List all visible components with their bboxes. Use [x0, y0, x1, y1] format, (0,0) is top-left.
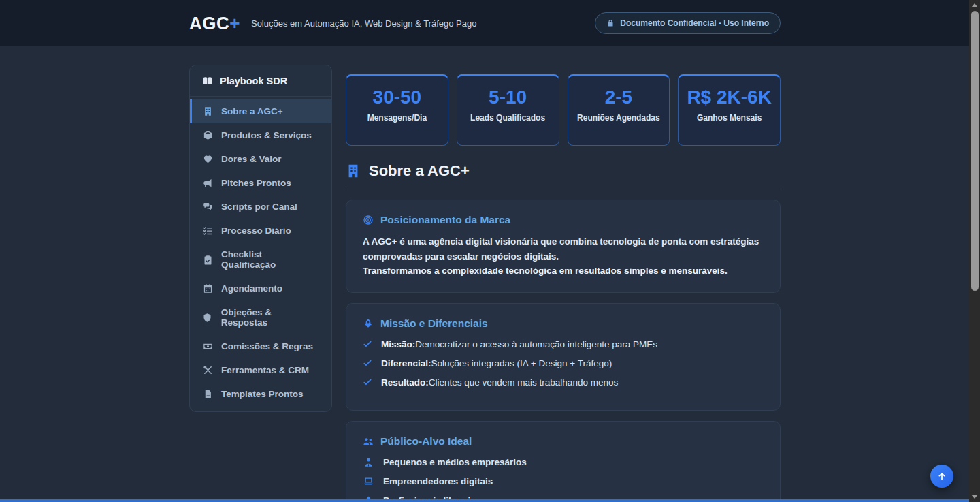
- confidential-badge-label: Documento Confidencial - Uso Interno: [620, 18, 769, 28]
- scrollbar-down-arrow[interactable]: [971, 495, 978, 499]
- sidebar-header: Playbook SDR: [190, 65, 331, 97]
- scroll-to-top-button[interactable]: [930, 465, 953, 488]
- mission-item-label: Missão:: [381, 339, 415, 349]
- mission-item-text: Resultado:Clientes que vendem mais traba…: [381, 377, 618, 388]
- sidebar-item-processo-diario[interactable]: Processo Diário: [190, 219, 331, 242]
- check-icon: [363, 358, 372, 368]
- sidebar-item-label: Ferramentas & CRM: [221, 365, 309, 375]
- app-header: AGC+ Soluções em Automação IA, Web Desig…: [0, 0, 980, 46]
- audience-card-title: Público-Alvo Ideal: [363, 435, 764, 448]
- stat-value: R$ 2K-6K: [684, 87, 774, 108]
- sidebar-item-dores-valor[interactable]: Dores & Valor: [190, 147, 331, 171]
- clipboard-check-icon: [202, 255, 213, 265]
- check-icon: [363, 339, 372, 349]
- mission-list: Missão:Democratizar o acesso à automação…: [363, 339, 764, 388]
- building-icon: [346, 163, 361, 178]
- file-icon: [202, 389, 213, 399]
- bullseye-icon: [363, 215, 374, 225]
- calendar-icon: [202, 283, 213, 294]
- sidebar-item-label: Produtos & Serviços: [221, 130, 312, 140]
- sidebar-item-sobre-a-agc[interactable]: Sobre a AGC+: [190, 99, 331, 123]
- stat-value: 30-50: [352, 87, 442, 108]
- sidebar-item-label: Comissões & Regras: [221, 341, 313, 351]
- main-content: 30-50Mensagens/Dia5-10Leads Qualificados…: [346, 65, 781, 502]
- mission-list-item: Resultado:Clientes que vendem mais traba…: [363, 377, 764, 388]
- heart-icon: [202, 154, 213, 164]
- positioning-card-body: A AGC+ é uma agência digital visionária …: [363, 234, 764, 279]
- audience-list-item: Pequenos e médios empresários: [363, 457, 764, 467]
- sidebar-item-templates-prontos[interactable]: Templates Prontos: [190, 382, 331, 406]
- sidebar-item-label: Dores & Valor: [221, 154, 282, 164]
- sidebar-item-scripts-por-canal[interactable]: Scripts por Canal: [190, 195, 331, 219]
- stat-value: 2-5: [574, 87, 664, 108]
- sidebar-item-ferramentas-crm[interactable]: Ferramentas & CRM: [190, 358, 331, 382]
- tools-icon: [202, 365, 213, 375]
- sidebar-item-agendamento[interactable]: Agendamento: [190, 277, 331, 300]
- sidebar-item-comissoes-regras[interactable]: Comissões & Regras: [190, 334, 331, 358]
- stat-value: 5-10: [463, 87, 553, 108]
- sidebar: Playbook SDR Sobre a AGC+Produtos & Serv…: [189, 65, 332, 412]
- sidebar-title: Playbook SDR: [220, 76, 287, 87]
- stat-label: Mensagens/Dia: [352, 113, 442, 123]
- comments-icon: [202, 202, 213, 212]
- app-tagline: Soluções em Automação IA, Web Design & T…: [251, 18, 476, 29]
- users-icon: [363, 436, 374, 447]
- mission-list-item: Missão:Democratizar o acesso à automação…: [363, 339, 764, 349]
- mission-item-text: Diferencial:Soluções integradas (IA + De…: [381, 358, 612, 368]
- sidebar-item-objecoes-respostas[interactable]: Objeções & Respostas: [190, 300, 331, 334]
- scrollbar-up-arrow[interactable]: [971, 3, 978, 7]
- money-bill-icon: [202, 341, 213, 351]
- positioning-highlight: Transformamos a complexidade tecnológica…: [363, 264, 764, 279]
- stat-card: 30-50Mensagens/Dia: [346, 74, 448, 146]
- sidebar-item-pitches-prontos[interactable]: Pitches Prontos: [190, 171, 331, 195]
- sidebar-nav: Sobre a AGC+Produtos & ServiçosDores & V…: [190, 97, 331, 406]
- stat-label: Leads Qualificados: [463, 113, 553, 123]
- sidebar-item-label: Scripts por Canal: [221, 202, 297, 212]
- stats-row: 30-50Mensagens/Dia5-10Leads Qualificados…: [346, 74, 781, 146]
- mission-item-label: Resultado:: [381, 377, 429, 388]
- confidential-badge: Documento Confidencial - Uso Interno: [595, 12, 781, 34]
- sidebar-item-label: Pitches Prontos: [221, 178, 291, 188]
- sidebar-item-label: Agendamento: [221, 283, 282, 294]
- list-check-icon: [202, 225, 213, 236]
- stat-label: Ganhos Mensais: [684, 113, 774, 123]
- bottom-accent-bar: [0, 499, 969, 502]
- mission-card: Missão e Diferenciais Missão:Democratiza…: [346, 303, 781, 411]
- sidebar-item-label: Templates Prontos: [221, 389, 304, 399]
- mission-item-text: Missão:Democratizar o acesso à automação…: [381, 339, 657, 349]
- arrow-up-icon: [936, 471, 947, 482]
- mission-item-label: Diferencial:: [381, 358, 431, 368]
- scrollbar[interactable]: [969, 0, 980, 502]
- positioning-card: Posicionamento da Marca A AGC+ é uma agê…: [346, 200, 781, 293]
- building-icon: [202, 106, 213, 116]
- check-icon: [363, 377, 372, 387]
- positioning-paragraph: A AGC+ é uma agência digital visionária …: [363, 234, 764, 264]
- scrollbar-thumb[interactable]: [971, 11, 979, 291]
- audience-item-text: Empreendedores digitais: [383, 476, 493, 486]
- sidebar-item-label: Checklist Qualificação: [221, 249, 319, 270]
- logo-plus: +: [229, 13, 240, 33]
- sidebar-item-produtos-servicos[interactable]: Produtos & Serviços: [190, 123, 331, 147]
- rocket-icon: [363, 318, 374, 329]
- page-title-text: Sobre a AGC+: [369, 162, 470, 180]
- stat-label: Reuniões Agendadas: [574, 113, 664, 123]
- sidebar-item-checklist-qualificacao[interactable]: Checklist Qualificação: [190, 242, 331, 277]
- audience-list: Pequenos e médios empresáriosEmpreendedo…: [363, 457, 764, 502]
- bullhorn-icon: [202, 178, 213, 188]
- sidebar-item-label: Processo Diário: [221, 225, 291, 236]
- lock-icon: [606, 19, 615, 27]
- audience-card: Público-Alvo Ideal Pequenos e médios emp…: [346, 421, 781, 502]
- stat-card: R$ 2K-6KGanhos Mensais: [678, 74, 781, 146]
- stat-card: 2-5Reuniões Agendadas: [568, 74, 670, 146]
- book-open-icon: [202, 76, 213, 87]
- stat-card: 5-10Leads Qualificados: [457, 74, 559, 146]
- app-logo: AGC+: [189, 13, 240, 34]
- sidebar-item-label: Sobre a AGC+: [221, 106, 283, 116]
- page-title: Sobre a AGC+: [346, 162, 781, 189]
- box-icon: [202, 130, 213, 140]
- mission-card-title: Missão e Diferenciais: [363, 317, 764, 330]
- mission-list-item: Diferencial:Soluções integradas (IA + De…: [363, 358, 764, 368]
- audience-list-item: Empreendedores digitais: [363, 476, 764, 486]
- audience-item-text: Pequenos e médios empresários: [383, 457, 527, 467]
- positioning-card-title: Posicionamento da Marca: [363, 214, 764, 226]
